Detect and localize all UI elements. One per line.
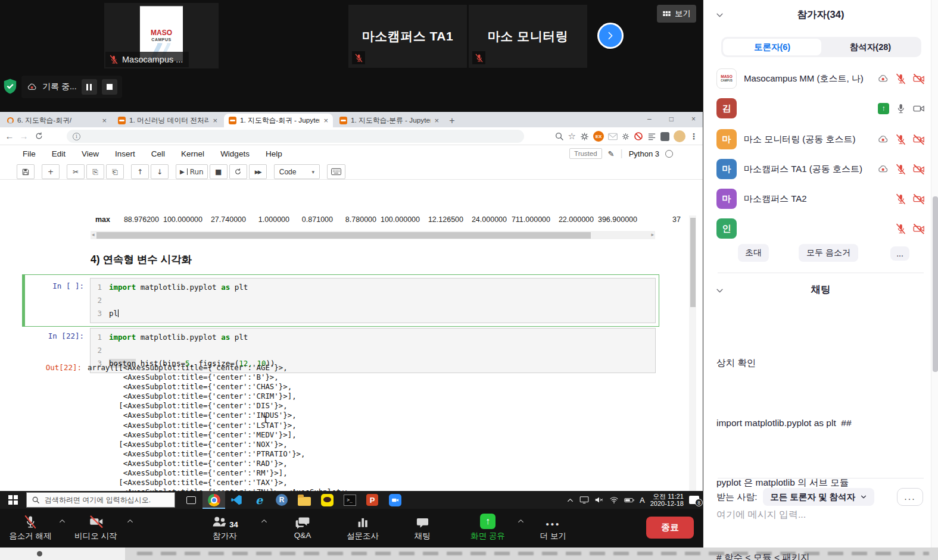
stop-recording-button[interactable]	[102, 79, 117, 95]
page-info-icon[interactable]: i	[73, 133, 80, 140]
browser-tab-1[interactable]: 6. 지도학습-회귀/ ×	[2, 114, 111, 127]
security-shield-icon[interactable]	[2, 78, 18, 95]
extension-gear-icon[interactable]	[580, 132, 589, 141]
profile-avatar[interactable]	[674, 130, 685, 142]
participant-row[interactable]: 마 마소캠퍼스 TA2	[703, 184, 938, 213]
cut-cell-button[interactable]: ✂	[67, 164, 85, 179]
share-options-chevron-icon[interactable]	[517, 517, 525, 525]
tab-close-icon[interactable]: ×	[323, 116, 328, 125]
extensions-puzzle-icon[interactable]	[660, 132, 669, 141]
participant-row[interactable]: 김 ↑	[703, 94, 938, 123]
chat-button[interactable]: 채팅	[404, 512, 441, 542]
participants-more-button[interactable]: ...	[890, 246, 909, 261]
taskbar-app-chrome[interactable]	[202, 491, 225, 509]
next-videos-button[interactable]	[597, 23, 624, 49]
participant-row[interactable]: MASOCAMPUS Masocampus MM (호스트, 나)	[703, 64, 938, 93]
command-palette-button[interactable]	[327, 164, 345, 179]
taskbar-search-input[interactable]: 검색하려면 여기에 입력하십시오.	[26, 492, 175, 508]
more-button[interactable]: ••• 더 보기	[535, 512, 572, 542]
pause-recording-button[interactable]	[82, 79, 97, 95]
tab-attendees[interactable]: 참석자(28)	[821, 39, 920, 55]
copy-cell-button[interactable]: ⎘	[86, 164, 104, 179]
invite-button[interactable]: 초대	[738, 244, 769, 262]
video-tile-ta1[interactable]: 마소캠퍼스 TA1	[348, 5, 467, 68]
add-cell-button[interactable]: +	[42, 164, 60, 179]
participant-row[interactable]: 마 마소캠퍼스 TA1 (공동 호스트)	[703, 155, 938, 183]
chat-more-button[interactable]: ...	[897, 488, 923, 506]
forward-icon[interactable]: →	[17, 131, 31, 141]
mic-options-chevron-icon[interactable]	[58, 517, 66, 525]
tab-close-icon[interactable]: ×	[434, 116, 439, 125]
reading-list-icon[interactable]	[647, 132, 656, 141]
move-cell-up-button[interactable]: ↑	[131, 164, 149, 179]
taskbar-app-kakaotalk[interactable]	[316, 491, 338, 509]
restart-kernel-button[interactable]	[229, 164, 247, 179]
unmute-button[interactable]: 음소거 해제	[4, 512, 57, 542]
start-video-button[interactable]: 비디오 시작	[68, 512, 123, 542]
ime-indicator[interactable]: A	[640, 496, 645, 505]
scrollbar-thumb[interactable]	[690, 218, 696, 307]
tray-expand-icon[interactable]	[566, 496, 574, 504]
tab-close-icon[interactable]: ×	[102, 116, 107, 125]
qa-button[interactable]: Q&A	[280, 512, 325, 540]
stop-button[interactable]: ■	[210, 164, 228, 179]
ex-extension-icon[interactable]: EX	[593, 131, 604, 142]
save-button[interactable]	[17, 164, 35, 179]
url-field[interactable]: i	[67, 130, 524, 143]
taskbar-app-vscode[interactable]	[225, 491, 248, 509]
poll-button[interactable]: 설문조사	[339, 512, 386, 542]
taskbar-app-terminal[interactable]: >_	[338, 491, 361, 509]
close-button[interactable]: ×	[691, 115, 696, 123]
participant-row[interactable]: 마 마소 모니터링 (공동 호스트)	[703, 125, 938, 154]
cell-type-select[interactable]: Code▾	[274, 164, 320, 179]
battery-icon[interactable]	[624, 498, 634, 503]
code-cell-active[interactable]: In [ ]: 123 import matplotlib.pyplot as …	[22, 274, 659, 327]
browser-menu-icon[interactable]: ⋮	[690, 132, 698, 141]
taskbar-app-ie[interactable]: e	[248, 491, 270, 509]
taskbar-app-powerpoint[interactable]: P	[361, 491, 384, 509]
participants-chevron-icon[interactable]	[260, 517, 268, 525]
participant-row[interactable]: 인	[703, 214, 938, 243]
tab-close-icon[interactable]: ×	[213, 116, 217, 125]
volume-muted-icon[interactable]	[594, 496, 604, 504]
chat-message-input[interactable]: 여기에 메시지 입력...	[716, 509, 806, 521]
run-button[interactable]: ▶Run	[176, 164, 208, 179]
view-button[interactable]: 보기	[657, 5, 696, 23]
participants-button[interactable]: 34 참가자	[197, 512, 253, 542]
notification-center-icon[interactable]: 8	[689, 496, 699, 504]
start-button[interactable]	[0, 491, 26, 509]
task-view-button[interactable]	[180, 491, 202, 509]
browser-tab-3-active[interactable]: 1. 지도학습-회귀 - Jupyter Note ×	[224, 114, 333, 127]
restart-run-all-button[interactable]: ▶▶	[249, 164, 267, 179]
scrollbar-thumb[interactable]	[96, 232, 591, 239]
code-editor[interactable]: import matplotlib.pyplot as plt pl	[106, 281, 655, 320]
taskbar-clock[interactable]: 오전 11:212020-12-18	[650, 493, 684, 508]
bookmark-star-icon[interactable]: ☆	[568, 131, 576, 142]
wifi-icon[interactable]	[609, 496, 619, 504]
video-options-chevron-icon[interactable]	[126, 517, 134, 525]
mail-extension-icon[interactable]	[608, 133, 618, 140]
zoom-page-icon[interactable]	[554, 132, 564, 141]
horizontal-scrollbar[interactable]: ◂ ▸	[91, 231, 655, 239]
paste-cell-button[interactable]: ⎗	[106, 164, 124, 179]
new-tab-button[interactable]: +	[445, 114, 459, 127]
scrollbar-thumb[interactable]	[933, 196, 938, 372]
browser-tab-4[interactable]: 1. 지도학습-분류 - Jupyter Note ×	[335, 114, 444, 127]
taskbar-app-r[interactable]: R	[270, 491, 293, 509]
panel-scrollbar[interactable]	[931, 0, 938, 548]
maximize-button[interactable]: □	[669, 115, 674, 123]
video-tile-masocampus[interactable]: MASOCAMPUS Masocampus ...	[104, 3, 219, 68]
back-icon[interactable]: ←	[2, 131, 17, 141]
mute-all-button[interactable]: 모두 음소거	[799, 244, 858, 262]
display-icon[interactable]	[579, 496, 589, 504]
move-cell-down-button[interactable]: ↓	[151, 164, 169, 179]
taskbar-app-zoom[interactable]	[384, 491, 406, 509]
share-screen-button[interactable]: ↑ 화면 공유	[462, 512, 514, 542]
browser-tab-2[interactable]: 1. 머신러닝 데이터 전처리 - Jup ×	[113, 114, 222, 127]
end-meeting-button[interactable]: 종료	[646, 517, 694, 539]
reload-icon[interactable]	[35, 132, 43, 140]
recipient-select[interactable]: 모든 토론자 및 참석자	[763, 488, 874, 506]
adblock-icon[interactable]	[634, 132, 643, 141]
minimize-button[interactable]: –	[647, 115, 652, 123]
settings-gear-icon[interactable]	[622, 133, 630, 140]
